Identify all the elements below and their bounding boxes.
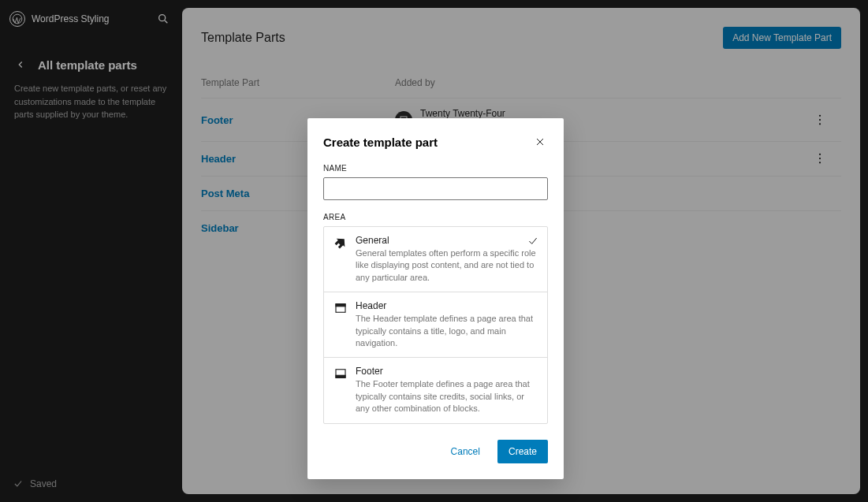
area-name: Footer bbox=[356, 366, 538, 377]
name-field-label: Name bbox=[323, 164, 548, 173]
check-icon bbox=[527, 235, 539, 247]
area-name: General bbox=[356, 235, 538, 246]
area-field-label: Area bbox=[323, 213, 548, 221]
area-list: GeneralGeneral templates often perform a… bbox=[323, 226, 548, 424]
area-name: Header bbox=[356, 300, 538, 311]
general-area-icon bbox=[333, 236, 348, 250]
footer-area-icon bbox=[333, 366, 348, 381]
create-template-part-modal: Create template part Name Area GeneralGe… bbox=[307, 118, 564, 479]
modal-title: Create template part bbox=[323, 136, 438, 149]
area-description: The Footer template defines a page area … bbox=[356, 378, 538, 415]
modal-footer: Cancel Create bbox=[323, 440, 548, 463]
area-option-header[interactable]: HeaderThe Header template defines a page… bbox=[324, 292, 547, 357]
header-area-icon bbox=[333, 301, 348, 315]
svg-rect-10 bbox=[336, 304, 345, 307]
name-input[interactable] bbox=[323, 177, 548, 200]
area-description: The Header template defines a page area … bbox=[356, 313, 538, 349]
area-option-general[interactable]: GeneralGeneral templates often perform a… bbox=[324, 227, 547, 292]
modal-header: Create template part bbox=[323, 134, 548, 150]
svg-rect-12 bbox=[336, 376, 345, 378]
create-button[interactable]: Create bbox=[497, 440, 548, 463]
close-icon bbox=[534, 136, 546, 148]
close-button[interactable] bbox=[532, 134, 548, 150]
area-description: General templates often perform a specif… bbox=[356, 247, 538, 284]
cancel-button[interactable]: Cancel bbox=[441, 440, 490, 463]
area-option-footer[interactable]: FooterThe Footer template defines a page… bbox=[324, 357, 547, 422]
